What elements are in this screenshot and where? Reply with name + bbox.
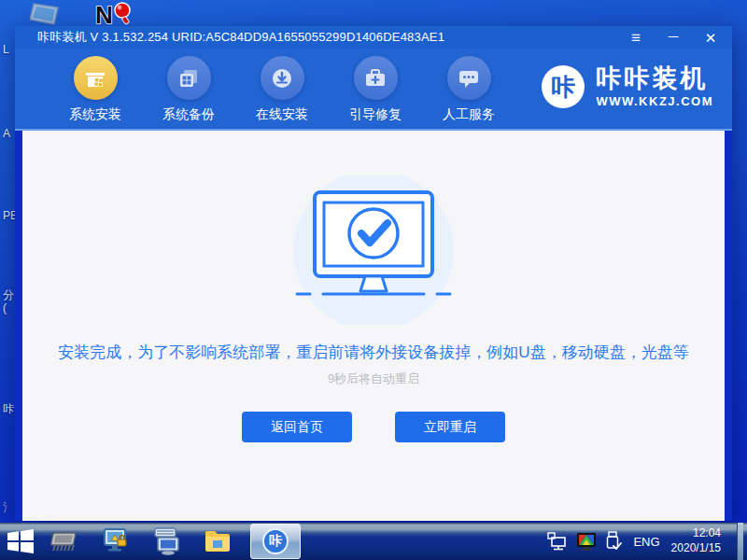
- kaka-installer-window: 咔咔装机 V 3.1.532.254 URID:A5C84DD9A1655055…: [15, 26, 732, 521]
- network-tray-icon[interactable]: [547, 532, 568, 551]
- boot-repair-icon: [354, 56, 398, 100]
- tab-manual-service[interactable]: 人工服务: [422, 56, 515, 123]
- desktop-label-fragment: L: [3, 43, 9, 56]
- desktop-label-fragment: 氵: [3, 500, 14, 516]
- brand-site: WWW.KKZJ.COM: [596, 94, 713, 108]
- language-indicator[interactable]: ENG: [633, 535, 659, 549]
- taskbar-memory-chip-icon[interactable]: [48, 523, 85, 560]
- tab-system-backup[interactable]: 系统备份: [142, 56, 235, 123]
- desktop-pc-icon[interactable]: [30, 2, 62, 25]
- tab-label: 引导修复: [349, 106, 402, 123]
- display-color-tray-icon[interactable]: [576, 532, 597, 551]
- window-title: 咔咔装机 V 3.1.532.254 URID:A5C84DD9A1655055…: [37, 29, 444, 46]
- taskbar-kaka-app-button[interactable]: 咔: [250, 524, 301, 559]
- return-home-button[interactable]: 返回首页: [242, 412, 352, 442]
- clock[interactable]: 12:04 2020/1/15: [671, 526, 728, 555]
- system-install-icon: [74, 56, 118, 100]
- desktop-n-app-icon[interactable]: N: [93, 1, 134, 26]
- close-icon[interactable]: ✕: [702, 31, 719, 45]
- system-tray: ENG 12:04 2020/1/15: [547, 523, 747, 560]
- tab-label: 系统安装: [69, 106, 121, 123]
- desktop-label-fragment: 咔: [3, 401, 14, 417]
- menu-icon[interactable]: ≡: [627, 30, 644, 46]
- tab-boot-repair[interactable]: 引导修复: [329, 56, 422, 123]
- show-desktop-button[interactable]: [737, 523, 743, 560]
- restart-now-button[interactable]: 立即重启: [395, 412, 505, 442]
- nav-bar: 系统安装 系统备份 在线安装: [15, 49, 732, 131]
- taskbar-file-explorer-icon[interactable]: [199, 523, 236, 560]
- manual-service-icon: [447, 56, 491, 100]
- titlebar[interactable]: 咔咔装机 V 3.1.532.254 URID:A5C84DD9A1655055…: [15, 26, 732, 49]
- brand-logo-icon: 咔: [542, 65, 585, 108]
- tab-label: 人工服务: [443, 106, 495, 123]
- install-complete-message: 安装完成，为了不影响系统部署，重启前请将外接设备拔掉，例如U盘，移动硬盘，光盘等: [49, 342, 698, 363]
- clock-time: 12:04: [671, 526, 721, 541]
- usb-safely-remove-icon[interactable]: [605, 531, 622, 552]
- windows-logo-icon: [7, 528, 35, 554]
- tab-label: 系统备份: [162, 106, 215, 123]
- taskbar: 咔 ENG 12:04 2020/1/15: [0, 523, 747, 560]
- kaka-app-icon: 咔: [262, 528, 289, 554]
- tab-label: 在线安装: [256, 106, 308, 123]
- brand-name: 咔咔装机: [596, 66, 713, 91]
- minimize-icon[interactable]: ─: [665, 29, 682, 43]
- main-content: 安装完成，为了不影响系统部署，重启前请将外接设备拔掉，例如U盘，移动硬盘，光盘等…: [15, 131, 732, 521]
- taskbar-input-tool-icon[interactable]: [148, 523, 186, 560]
- brand-logo: 咔 咔咔装机 WWW.KKZJ.COM: [542, 56, 713, 108]
- start-button[interactable]: [0, 523, 41, 560]
- taskbar-disk-tool-icon[interactable]: [98, 523, 135, 560]
- online-install-icon: [261, 56, 304, 100]
- svg-text:N: N: [95, 1, 113, 26]
- desktop-label-fragment: A: [3, 127, 10, 140]
- desktop-label-fragment: (: [3, 301, 7, 315]
- system-backup-icon: [167, 56, 211, 100]
- tab-online-install[interactable]: 在线安装: [235, 56, 329, 123]
- clock-date: 2020/1/15: [671, 541, 721, 556]
- install-complete-illustration: [271, 175, 476, 325]
- tab-system-install[interactable]: 系统安装: [49, 56, 142, 123]
- auto-restart-countdown: 9秒后将自动重启: [328, 371, 419, 387]
